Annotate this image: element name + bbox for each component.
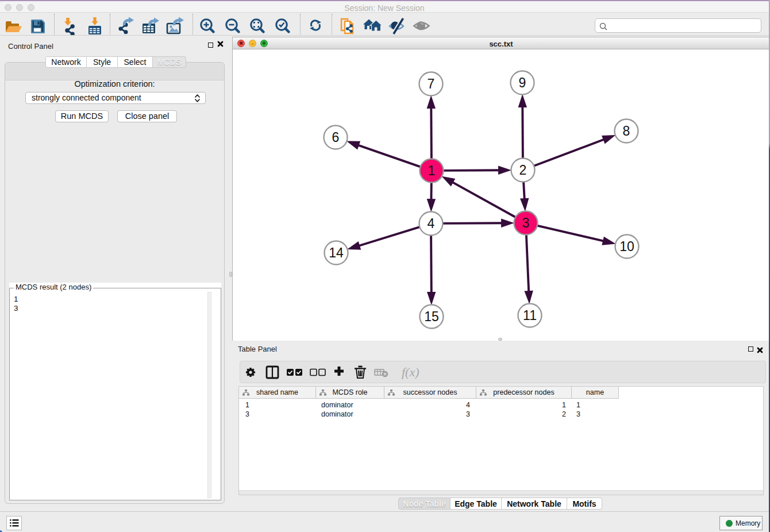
svg-text:4: 4 xyxy=(428,216,435,231)
svg-text:7: 7 xyxy=(428,76,435,91)
svg-text:11: 11 xyxy=(523,308,537,323)
svg-text:2: 2 xyxy=(519,163,527,178)
svg-text:9: 9 xyxy=(519,75,526,90)
svg-text:15: 15 xyxy=(424,309,439,324)
svg-text:1: 1 xyxy=(428,163,436,178)
svg-text:14: 14 xyxy=(329,245,344,260)
svg-text:f(x): f(x) xyxy=(402,365,419,379)
svg-text:6: 6 xyxy=(332,130,340,145)
svg-text:3: 3 xyxy=(522,215,530,230)
svg-text:10: 10 xyxy=(619,239,634,254)
svg-text:8: 8 xyxy=(623,124,630,138)
